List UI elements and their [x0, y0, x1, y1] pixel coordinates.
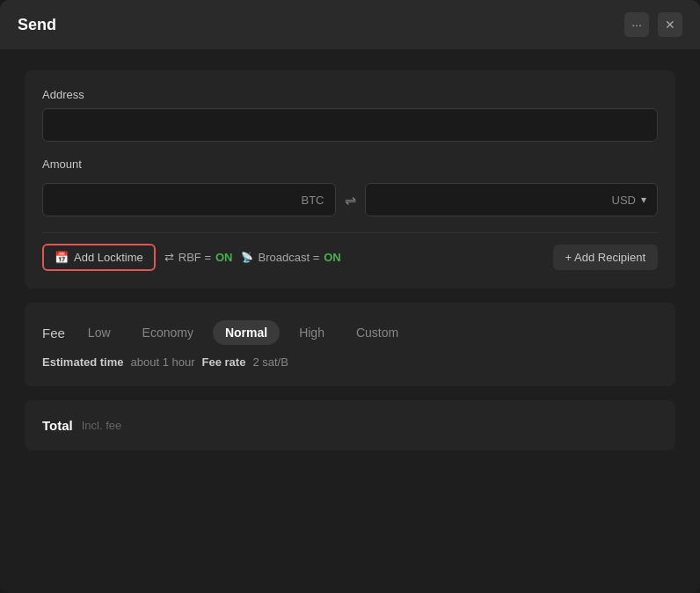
toolbar-left: 📅 Add Locktime ⇄ RBF = ON 📡 Broadcast = …	[42, 244, 341, 271]
send-window: Send ··· ✕ Address Amount BTC	[0, 0, 700, 593]
fee-section: Fee Low Economy Normal High Custom Estim…	[25, 303, 675, 386]
fee-label: Fee	[42, 326, 65, 340]
amount-field-group: Amount BTC ⇌ USD ▾	[42, 157, 658, 216]
close-button[interactable]: ✕	[658, 12, 682, 37]
rbf-label: RBF =	[179, 251, 211, 264]
broadcast-value: ON	[324, 251, 341, 264]
locktime-label: Add Locktime	[74, 251, 143, 264]
fee-tab-economy[interactable]: Economy	[130, 320, 206, 345]
broadcast-label: Broadcast =	[258, 251, 319, 264]
main-content: Address Amount BTC ⇌ USD ▾	[0, 49, 700, 472]
calendar-icon: 📅	[55, 251, 69, 264]
titlebar-controls: ··· ✕	[624, 12, 682, 37]
total-row: Total Incl. fee	[42, 418, 658, 433]
btc-input[interactable]	[54, 193, 295, 207]
estimated-time-value: about 1 hour	[130, 355, 194, 369]
total-incl-label: Incl. fee	[82, 419, 122, 432]
fee-rate-label: Fee rate	[202, 355, 246, 369]
usd-currency: USD	[612, 194, 636, 207]
swap-icon[interactable]: ⇌	[345, 192, 356, 209]
address-amount-section: Address Amount BTC ⇌ USD ▾	[25, 70, 675, 289]
address-label: Address	[42, 88, 658, 101]
broadcast-toggle[interactable]: 📡 Broadcast = ON	[241, 251, 340, 264]
amount-row: BTC ⇌ USD ▾	[42, 183, 658, 216]
rbf-value: ON	[215, 251, 233, 264]
total-label: Total	[42, 418, 73, 433]
add-recipient-button[interactable]: + Add Recipient	[553, 245, 658, 270]
usd-input-wrap: USD ▾	[365, 183, 659, 216]
broadcast-icon: 📡	[241, 252, 253, 263]
titlebar: Send ··· ✕	[0, 0, 700, 49]
btc-currency: BTC	[302, 194, 324, 207]
add-locktime-button[interactable]: 📅 Add Locktime	[42, 244, 156, 271]
usd-input[interactable]	[376, 193, 612, 207]
fee-row: Fee Low Economy Normal High Custom	[42, 320, 658, 345]
divider	[42, 232, 658, 233]
address-input[interactable]	[42, 108, 658, 142]
amount-label: Amount	[42, 157, 658, 171]
fee-tab-low[interactable]: Low	[76, 320, 123, 345]
fee-tab-high[interactable]: High	[287, 320, 337, 345]
more-button[interactable]: ···	[624, 12, 649, 37]
rbf-icon: ⇄	[164, 251, 174, 264]
fee-tab-custom[interactable]: Custom	[344, 320, 411, 345]
window-title: Send	[18, 16, 56, 34]
rbf-toggle[interactable]: ⇄ RBF = ON	[164, 251, 233, 264]
btc-input-wrap: BTC	[42, 183, 336, 216]
toolbar-row: 📅 Add Locktime ⇄ RBF = ON 📡 Broadcast = …	[42, 237, 658, 271]
estimated-time-label: Estimated time	[42, 355, 123, 369]
total-section: Total Incl. fee	[25, 400, 675, 450]
currency-dropdown-icon[interactable]: ▾	[641, 194, 646, 206]
address-field-group: Address	[42, 88, 658, 142]
fee-tab-normal[interactable]: Normal	[213, 320, 280, 345]
estimated-row: Estimated time about 1 hour Fee rate 2 s…	[42, 355, 658, 369]
fee-rate-value: 2 sat/B	[252, 355, 288, 369]
